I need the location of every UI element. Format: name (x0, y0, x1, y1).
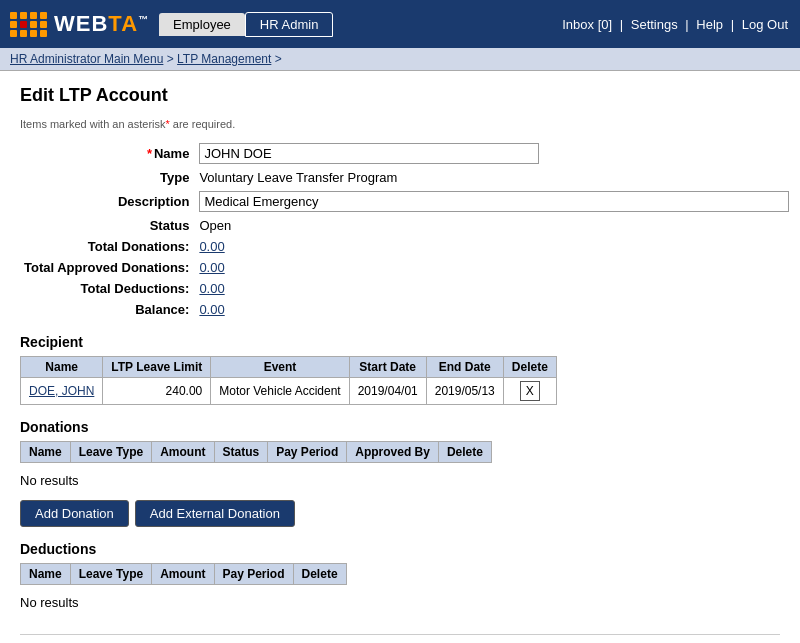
name-label: *Name (20, 140, 195, 167)
dot (20, 21, 27, 28)
separator: | (620, 17, 627, 32)
settings-link[interactable]: Settings (631, 17, 678, 32)
description-row: Description (20, 188, 793, 215)
total-approved-label: Total Approved Donations: (20, 257, 195, 278)
total-deductions-link[interactable]: 0.00 (199, 281, 224, 296)
balance-link[interactable]: 0.00 (199, 302, 224, 317)
donations-btn-row: Add Donation Add External Donation (20, 500, 780, 527)
logo-dots (10, 12, 48, 37)
description-value-cell (195, 188, 793, 215)
dot (20, 30, 27, 37)
name-input[interactable] (199, 143, 539, 164)
donations-no-results: No results (20, 469, 780, 492)
deductions-col-leavetype: Leave Type (70, 564, 151, 585)
deductions-table: Name Leave Type Amount Pay Period Delete (20, 563, 347, 585)
dot (30, 21, 37, 28)
type-label: Type (20, 167, 195, 188)
breadcrumb: HR Administrator Main Menu > LTP Managem… (0, 48, 800, 71)
dot (30, 30, 37, 37)
logo-tm: ™ (138, 14, 149, 25)
recipient-start-cell: 2019/04/01 (349, 378, 426, 405)
donations-col-name: Name (21, 442, 71, 463)
total-approved-value: 0.00 (195, 257, 793, 278)
donations-table: Name Leave Type Amount Status Pay Period… (20, 441, 492, 463)
recipient-name-cell[interactable]: DOE, JOHN (21, 378, 103, 405)
recipient-col-event: Event (211, 357, 349, 378)
hradmin-tab[interactable]: HR Admin (245, 12, 334, 37)
donations-col-payperiod: Pay Period (268, 442, 347, 463)
type-value: Voluntary Leave Transfer Program (195, 167, 793, 188)
name-value-cell (195, 140, 793, 167)
total-donations-value: 0.00 (195, 236, 793, 257)
add-donation-button[interactable]: Add Donation (20, 500, 129, 527)
deductions-section-header: Deductions (20, 541, 780, 557)
separator: | (685, 17, 692, 32)
deductions-col-payperiod: Pay Period (214, 564, 293, 585)
required-star: * (147, 146, 152, 161)
total-donations-row: Total Donations: 0.00 (20, 236, 793, 257)
asterisk: * (166, 118, 170, 130)
recipient-col-limit: LTP Leave Limit (103, 357, 211, 378)
deductions-col-name: Name (21, 564, 71, 585)
recipient-col-start: Start Date (349, 357, 426, 378)
nav-tabs: Employee HR Admin (159, 12, 333, 37)
balance-row: Balance: 0.00 (20, 299, 793, 320)
form-table: *Name Type Voluntary Leave Transfer Prog… (20, 140, 793, 320)
breadcrumb-sep: > (167, 52, 177, 66)
dot (20, 12, 27, 19)
status-label: Status (20, 215, 195, 236)
donations-col-amount: Amount (152, 442, 214, 463)
recipient-end-cell: 2019/05/13 (426, 378, 503, 405)
donations-col-delete: Delete (438, 442, 491, 463)
dot (40, 12, 47, 19)
logo-text: WEBTA™ (54, 11, 149, 37)
donations-header-row: Name Leave Type Amount Status Pay Period… (21, 442, 492, 463)
deductions-col-delete: Delete (293, 564, 346, 585)
recipient-header-row: Name LTP Leave Limit Event Start Date En… (21, 357, 557, 378)
table-row: DOE, JOHN 240.00 Motor Vehicle Accident … (21, 378, 557, 405)
breadcrumb-sep2: > (275, 52, 282, 66)
dot (30, 12, 37, 19)
total-approved-link[interactable]: 0.00 (199, 260, 224, 275)
header: WEBTA™ Employee HR Admin Inbox [0] | Set… (0, 0, 800, 48)
deductions-col-amount: Amount (152, 564, 214, 585)
type-row: Type Voluntary Leave Transfer Program (20, 167, 793, 188)
required-note: Items marked with an asterisk* are requi… (20, 118, 780, 130)
add-external-donation-button[interactable]: Add External Donation (135, 500, 295, 527)
donations-col-leavetype: Leave Type (70, 442, 151, 463)
breadcrumb-item-2[interactable]: LTP Management (177, 52, 271, 66)
help-link[interactable]: Help (696, 17, 723, 32)
inbox-link[interactable]: Inbox [0] (562, 17, 612, 32)
delete-button[interactable]: X (520, 381, 540, 401)
page-title: Edit LTP Account (20, 85, 780, 106)
logout-link[interactable]: Log Out (742, 17, 788, 32)
total-deductions-label: Total Deductions: (20, 278, 195, 299)
recipient-delete-cell: X (503, 378, 556, 405)
recipient-limit-cell: 240.00 (103, 378, 211, 405)
breadcrumb-item-1[interactable]: HR Administrator Main Menu (10, 52, 163, 66)
balance-value: 0.00 (195, 299, 793, 320)
status-value: Open (195, 215, 793, 236)
content: Edit LTP Account Items marked with an as… (0, 71, 800, 643)
total-deductions-value: 0.00 (195, 278, 793, 299)
recipient-col-name: Name (21, 357, 103, 378)
header-right: Inbox [0] | Settings | Help | Log Out (560, 17, 790, 32)
dot (40, 21, 47, 28)
total-donations-link[interactable]: 0.00 (199, 239, 224, 254)
bottom-buttons: Save Close Account Cancel (20, 634, 780, 643)
name-row: *Name (20, 140, 793, 167)
total-donations-label: Total Donations: (20, 236, 195, 257)
recipient-event-cell: Motor Vehicle Accident (211, 378, 349, 405)
logo-area: WEBTA™ Employee HR Admin (10, 11, 333, 37)
donations-col-approvedby: Approved By (347, 442, 439, 463)
description-input[interactable] (199, 191, 789, 212)
status-row: Status Open (20, 215, 793, 236)
recipient-col-delete: Delete (503, 357, 556, 378)
total-approved-row: Total Approved Donations: 0.00 (20, 257, 793, 278)
recipient-section-header: Recipient (20, 334, 780, 350)
donations-col-status: Status (214, 442, 268, 463)
donations-section-header: Donations (20, 419, 780, 435)
employee-tab[interactable]: Employee (159, 13, 245, 36)
total-deductions-row: Total Deductions: 0.00 (20, 278, 793, 299)
description-label: Description (20, 188, 195, 215)
